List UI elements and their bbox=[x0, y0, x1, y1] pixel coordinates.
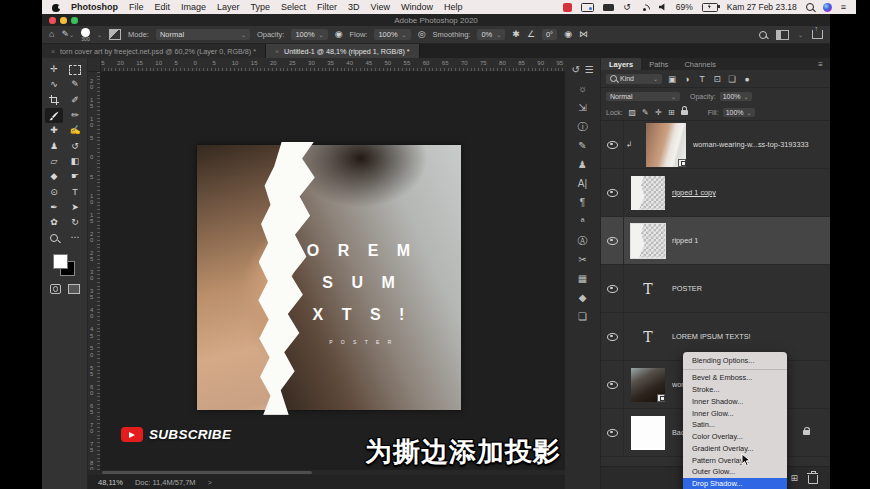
libraries-icon[interactable]: ❏ bbox=[573, 307, 592, 326]
visibility-cell[interactable] bbox=[601, 121, 624, 168]
document-tab-0[interactable]: ×torn cover art by freeject.net.psd @ 60… bbox=[42, 44, 266, 58]
image-filter-icon[interactable]: ▣ bbox=[666, 72, 679, 85]
pencil-tool-icon[interactable]: ✏ bbox=[66, 108, 84, 123]
layer-opacity-field[interactable]: 100%⌄ bbox=[720, 92, 752, 101]
tab-channels[interactable]: Channels bbox=[676, 58, 724, 70]
airbrush-icon[interactable]: ◎ bbox=[418, 30, 426, 39]
context-menu-item[interactable]: Pattern Overlay... bbox=[683, 454, 787, 466]
canvas-viewport[interactable]: O R E M S U M X T S ! P O S T E R SUBSCR… bbox=[101, 72, 565, 470]
properties-icon[interactable]: ☰ bbox=[583, 60, 597, 79]
eye-icon[interactable] bbox=[607, 189, 618, 197]
info-icon[interactable]: ⓘ bbox=[573, 117, 592, 136]
foreground-color-swatch[interactable] bbox=[53, 254, 68, 269]
type-filter-icon[interactable]: T bbox=[696, 72, 709, 85]
history-brush-tool-icon[interactable]: ↺ bbox=[66, 138, 84, 153]
menu-type[interactable]: Type bbox=[251, 2, 271, 12]
keyboard-icon[interactable] bbox=[603, 4, 614, 11]
pressure-size-icon[interactable]: ◉ bbox=[564, 30, 572, 39]
brush-tip-picker[interactable]: 300 bbox=[81, 28, 90, 42]
display-icon[interactable] bbox=[581, 3, 594, 12]
tab-paths[interactable]: Paths bbox=[641, 58, 676, 70]
eye-icon[interactable] bbox=[607, 237, 618, 245]
context-menu-item[interactable]: Outer Glow... bbox=[683, 466, 787, 478]
paint-bucket-tool-icon[interactable]: ◧ bbox=[66, 154, 84, 169]
layer-name[interactable]: ripped 1 copy bbox=[672, 188, 716, 197]
vertical-ruler[interactable]: 2 01 51 05051 01 52 02 53 03 54 04 55 05… bbox=[88, 72, 101, 470]
visibility-cell[interactable] bbox=[601, 217, 624, 264]
history-clock-icon[interactable]: ↺ bbox=[623, 3, 631, 12]
search-icon[interactable] bbox=[806, 3, 814, 11]
layer-row[interactable]: TPOSTER bbox=[601, 265, 830, 313]
smoothing-select[interactable]: 0%⌄ bbox=[477, 29, 505, 40]
layer-thumbnail[interactable] bbox=[646, 123, 686, 167]
visibility-cell[interactable] bbox=[601, 265, 624, 312]
visibility-cell[interactable] bbox=[601, 361, 624, 408]
layer-row[interactable]: ripped 1 bbox=[601, 217, 830, 265]
character-styles-icon[interactable]: Ⓐ bbox=[573, 231, 592, 250]
visibility-cell[interactable] bbox=[601, 169, 624, 216]
context-menu-item[interactable]: Bevel & Emboss... bbox=[683, 372, 787, 384]
menu-list-icon[interactable]: ≡ bbox=[841, 2, 846, 12]
volume-icon[interactable] bbox=[659, 3, 667, 11]
menu-image[interactable]: Image bbox=[181, 2, 206, 12]
character-icon[interactable]: A| bbox=[573, 174, 592, 193]
menu-help[interactable]: Help bbox=[444, 2, 463, 12]
lock-artboard-icon[interactable]: ⊞ bbox=[666, 106, 677, 118]
home-icon[interactable]: ⌂ bbox=[49, 30, 54, 39]
menu-photoshop[interactable]: Photoshop bbox=[71, 2, 118, 12]
angle-field[interactable]: 0° bbox=[542, 29, 557, 40]
eyedropper-tool-icon[interactable]: ✐ bbox=[66, 93, 84, 108]
smart-object-filter-icon[interactable]: ❏ bbox=[726, 72, 739, 85]
wifi-icon[interactable] bbox=[640, 3, 650, 11]
eye-icon[interactable] bbox=[607, 285, 618, 293]
path-select-tool-icon[interactable]: ➤ bbox=[66, 200, 84, 215]
menu-edit[interactable]: Edit bbox=[155, 2, 171, 12]
layer-name[interactable]: woman-wearing-w...ss-top-3193333 bbox=[693, 140, 809, 149]
layer-name[interactable]: POSTER bbox=[672, 284, 702, 293]
glyphs-icon[interactable]: ª bbox=[573, 212, 592, 231]
panel-menu-icon[interactable]: ≡ bbox=[818, 58, 823, 70]
horizontal-scrollbar[interactable] bbox=[88, 470, 565, 475]
eye-icon[interactable] bbox=[607, 333, 618, 341]
export-icon[interactable]: ⇲ bbox=[573, 98, 592, 117]
rotate-view-tool-icon[interactable]: ↻ bbox=[66, 215, 84, 230]
toggle-brush-panel-icon[interactable] bbox=[109, 29, 121, 40]
quick-selection-tool-icon[interactable]: ✎ bbox=[66, 77, 84, 92]
context-menu-item[interactable]: Inner Shadow... bbox=[683, 395, 787, 407]
siri-icon[interactable] bbox=[823, 3, 832, 12]
horizontal-ruler[interactable]: 2520151050510152025303540455055606570758… bbox=[88, 58, 565, 72]
workspace-icon[interactable] bbox=[776, 30, 789, 40]
layer-row[interactable]: ↲woman-wearing-w...ss-top-3193333 bbox=[601, 121, 830, 169]
context-menu-item[interactable]: Drop Shadow... bbox=[683, 478, 787, 489]
screen-mode-icon[interactable] bbox=[68, 284, 80, 294]
layer-thumbnail[interactable] bbox=[631, 368, 665, 402]
more-tools-tool-icon[interactable]: ⋯ bbox=[66, 230, 84, 245]
lightbulb-icon[interactable]: ☼ bbox=[573, 79, 592, 98]
trash-icon[interactable] bbox=[808, 473, 818, 484]
paragraph-icon[interactable]: ¶ bbox=[573, 193, 592, 212]
scrollbar-thumb[interactable] bbox=[102, 471, 312, 474]
layer-thumbnail[interactable] bbox=[631, 176, 665, 210]
smudge-tool-icon[interactable]: ☛ bbox=[66, 169, 84, 184]
status-arrow-icon[interactable]: > bbox=[208, 479, 212, 486]
pressure-opacity-icon[interactable]: ◉ bbox=[335, 30, 343, 39]
layer-thumbnail[interactable]: T bbox=[631, 272, 665, 306]
visibility-cell[interactable] bbox=[601, 409, 624, 456]
lock-transparency-icon[interactable]: ▨ bbox=[627, 106, 638, 118]
symmetry-icon[interactable]: ⋈ bbox=[579, 30, 588, 39]
mixer-brush-tool-icon[interactable]: ✍ bbox=[66, 123, 84, 138]
move-tool-icon[interactable]: ✛ bbox=[45, 62, 63, 77]
context-menu-item[interactable]: Satin... bbox=[683, 419, 787, 431]
blur-tool-icon[interactable]: ◆ bbox=[45, 169, 63, 184]
marquee-tool-icon[interactable] bbox=[66, 62, 84, 77]
history-icon[interactable]: ↺ bbox=[569, 60, 583, 79]
gear-icon[interactable]: ✱ bbox=[512, 30, 520, 39]
lock-paint-icon[interactable]: ✎ bbox=[640, 106, 651, 118]
menu-window[interactable]: Window bbox=[401, 2, 433, 12]
attribute-filter-icon[interactable]: ● bbox=[741, 72, 754, 85]
visibility-cell[interactable] bbox=[601, 313, 624, 360]
menu-file[interactable]: File bbox=[129, 2, 144, 12]
menu-layer[interactable]: Layer bbox=[217, 2, 240, 12]
lasso-tool-icon[interactable]: ∿ bbox=[45, 77, 63, 92]
close-button[interactable] bbox=[49, 17, 56, 24]
